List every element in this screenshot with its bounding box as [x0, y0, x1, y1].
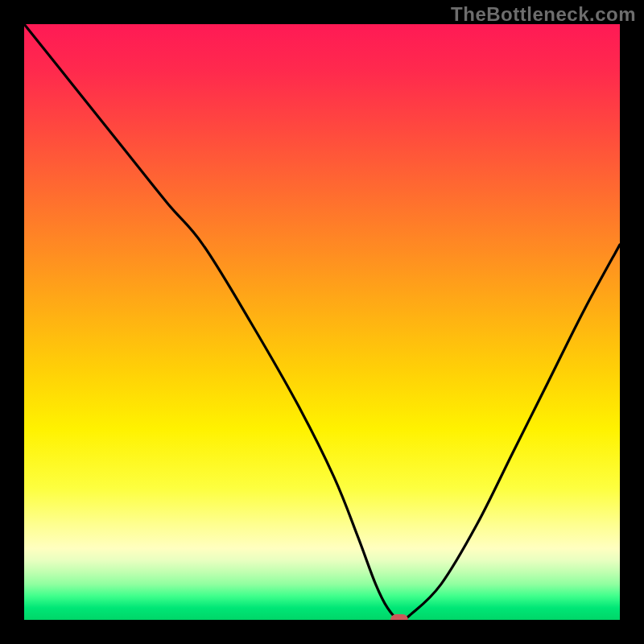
optimal-marker: [390, 614, 408, 620]
plot-area: [24, 24, 620, 620]
chart-frame: TheBottleneck.com: [0, 0, 644, 644]
curve-layer: [24, 24, 620, 620]
bottleneck-curve: [24, 24, 620, 620]
watermark-label: TheBottleneck.com: [451, 3, 636, 26]
